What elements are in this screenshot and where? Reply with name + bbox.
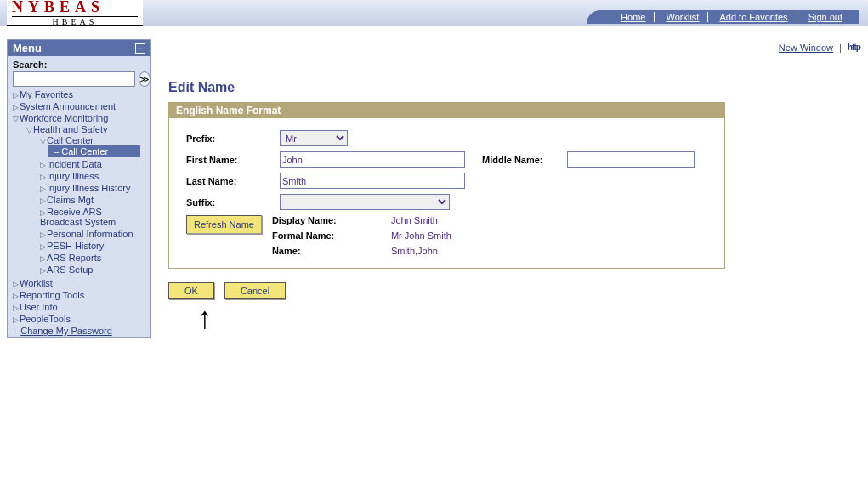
nav-signout[interactable]: Sign out [800, 12, 851, 22]
sidebar-item-incident[interactable]: ▷Incident Data [35, 158, 144, 170]
triangle-right-icon: ▷ [13, 292, 20, 300]
nav-worklist[interactable]: Worklist [657, 12, 708, 22]
prefix-select[interactable]: Mr [280, 130, 348, 146]
sidebar-item-injury[interactable]: ▷Injury Illness [35, 170, 144, 182]
search-input[interactable] [13, 71, 135, 87]
triangle-down-icon: ▽ [13, 115, 20, 123]
page-title: Edit Name [168, 80, 859, 95]
panel-header: English Name Format [169, 103, 724, 118]
sidebar-item-claims[interactable]: ▷Claims Mgt [35, 194, 144, 206]
sidebar-item-personal[interactable]: ▷Personal Information [35, 228, 144, 240]
firstname-input[interactable] [280, 151, 465, 168]
search-label: Search: [13, 60, 47, 70]
utility-row: New Window | http [168, 43, 859, 54]
arrow-up-icon: ↑ [197, 310, 213, 326]
sidebar-item-announcement[interactable]: ▷System Announcement [8, 100, 150, 112]
lastname-label: Last Name: [186, 176, 280, 186]
triangle-right-icon: ▷ [40, 254, 47, 263]
sidebar-item-worklist[interactable]: ▷Worklist [8, 277, 150, 289]
sidebar-item-callcenter-parent[interactable]: ▽Call Center – Call Center [35, 134, 144, 158]
new-window-link[interactable]: New Window [779, 43, 833, 53]
sidebar-item-injuryhist[interactable]: ▷Injury Illness History [35, 182, 144, 194]
name-label: Name: [272, 246, 374, 256]
separator: | [836, 43, 845, 53]
search-section: Search: ≫ [8, 56, 150, 88]
triangle-right-icon: ▷ [40, 161, 47, 169]
sidebar-item-arsreports[interactable]: ▷ARS Reports [35, 252, 144, 264]
triangle-right-icon: ▷ [40, 266, 47, 275]
sidebar-item-health[interactable]: ▽Health and Safety ▽Call Center – Call C… [21, 123, 147, 276]
sidebar-item-favorites[interactable]: ▷My Favorites [8, 88, 150, 100]
formalname-value: Mr John Smith [391, 230, 451, 241]
triangle-right-icon: ▷ [40, 173, 47, 181]
refresh-name-button[interactable]: Refresh Name [186, 215, 262, 234]
nav-home[interactable]: Home [612, 12, 655, 22]
menu-header: Menu – [8, 40, 150, 56]
ok-button[interactable]: OK [168, 282, 214, 299]
logo-main: NYBEAS [12, 0, 138, 14]
sidebar-item-callcenter[interactable]: – Call Center [48, 145, 140, 157]
dash-icon: – [54, 146, 61, 156]
middlename-label: Middle Name: [482, 155, 567, 165]
sidebar-item-arssetup[interactable]: ▷ARS Setup [35, 264, 144, 276]
suffix-select[interactable] [280, 194, 450, 210]
cancel-button[interactable]: Cancel [224, 282, 286, 299]
triangle-right-icon: ▷ [40, 242, 47, 251]
triangle-right-icon: ▷ [13, 304, 20, 312]
triangle-right-icon: ▷ [13, 103, 20, 111]
triangle-right-icon: ▷ [40, 208, 47, 217]
triangle-right-icon: ▷ [40, 185, 47, 193]
displayname-label: Display Name: [272, 215, 374, 225]
sidebar-item-ars[interactable]: ▷Receive ARS Broadcast System [35, 206, 144, 228]
content-area: New Window | http Edit Name English Name… [168, 43, 859, 299]
triangle-right-icon: ▷ [13, 280, 20, 288]
triangle-right-icon: ▷ [40, 196, 47, 205]
top-bar: NYBEAS HBEAS Home Worklist Add to Favori… [0, 0, 868, 26]
minimize-icon[interactable]: – [135, 43, 145, 54]
logo-sub: HBEAS [12, 16, 138, 26]
formalname-label: Formal Name: [272, 230, 374, 241]
displayname-value: John Smith [391, 215, 451, 225]
nav-tree: ▷My Favorites ▷System Announcement ▽Work… [8, 88, 150, 337]
name-panel: English Name Format Prefix: Mr First Nam… [168, 102, 725, 269]
sidebar-item-changepw[interactable]: – Change My Password [8, 325, 150, 337]
lastname-input[interactable] [280, 173, 465, 189]
nav-favorites[interactable]: Add to Favorites [711, 12, 797, 22]
triangle-right-icon: ▷ [40, 230, 47, 239]
logo: NYBEAS HBEAS [7, 0, 143, 26]
dash-icon: – [13, 326, 20, 336]
sidebar-item-pesh[interactable]: ▷PESH History [35, 240, 144, 252]
triangle-right-icon: ▷ [13, 91, 20, 99]
menu-title: Menu [13, 42, 42, 54]
triangle-down-icon: ▽ [40, 137, 47, 145]
search-go-icon[interactable]: ≫ [139, 71, 150, 87]
prefix-label: Prefix: [186, 134, 280, 144]
triangle-down-icon: ▽ [26, 126, 33, 134]
triangle-right-icon: ▷ [13, 315, 20, 324]
firstname-label: First Name: [186, 155, 280, 165]
top-nav: Home Worklist Add to Favorites Sign out [587, 10, 859, 24]
sidebar-item-workforce[interactable]: ▽Workforce Monitoring ▽Health and Safety… [8, 112, 150, 277]
name-value: Smith,John [391, 246, 451, 256]
sidebar-item-reporting[interactable]: ▷Reporting Tools [8, 289, 150, 301]
suffix-label: Suffix: [186, 197, 280, 207]
sidebar-item-userinfo[interactable]: ▷User Info [8, 301, 150, 313]
middlename-input[interactable] [567, 151, 695, 168]
sidebar-item-peopletools[interactable]: ▷PeopleTools [8, 313, 150, 325]
sidebar: Menu – Search: ≫ ▷My Favorites ▷System A… [7, 39, 151, 338]
help-icon[interactable]: http [848, 43, 859, 54]
